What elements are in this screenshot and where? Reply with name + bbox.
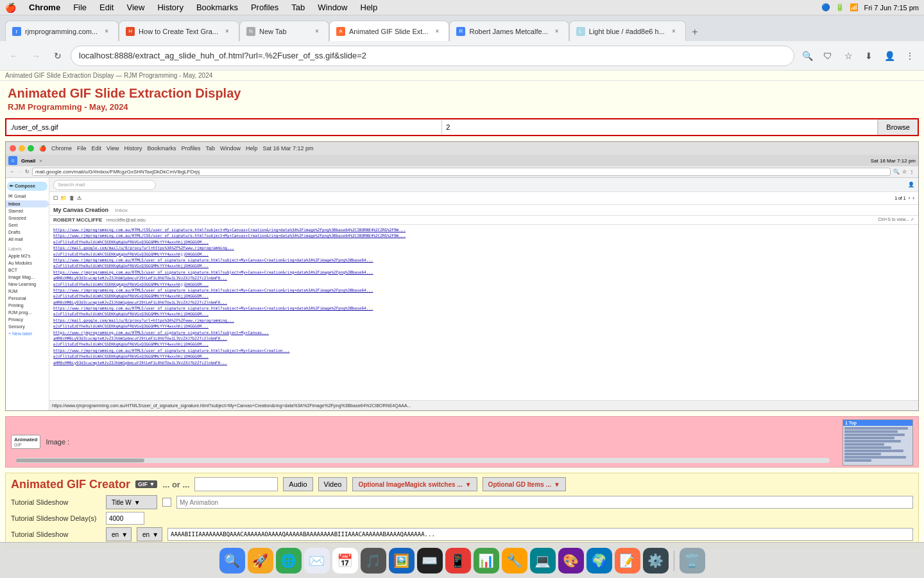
dock-finder[interactable]: 🔍 [219, 548, 245, 574]
inner-sidebar-label8: Printing [6, 302, 49, 309]
tutorial-slideshow-row: Tutorial Slideshow Title W ▼ [11, 495, 913, 509]
inner-close-button [10, 145, 16, 152]
url-line-23: aHR0cHM6Ly93d3cucmpteHJvZ3JhbW1pbmcuY29t… [53, 360, 914, 365]
lang-dropdown[interactable]: en ▼ [106, 527, 132, 541]
dock-app3[interactable]: 🔧 [502, 548, 527, 574]
inner-email-date: Ctrl+S to view... ✓ [878, 217, 914, 222]
tab-lightblue[interactable]: L Light blue / #add8e6 h... × [569, 21, 686, 41]
tab-close-rjm[interactable]: × [101, 26, 112, 37]
menubar-right: 🔵 🔋 📶 Fri 7 Jun 7:15 pm [821, 3, 919, 12]
dock-music[interactable]: 🎵 [361, 548, 386, 574]
pink-section: Animated GIF Image : 1 Top [5, 416, 919, 468]
dock-safari[interactable]: 🌐 [276, 548, 302, 574]
chrome-window: r rjmprogramming.com... × H How to Creat… [0, 15, 924, 578]
dock-launchpad[interactable]: 🚀 [248, 548, 273, 574]
slide-number-input[interactable] [442, 120, 878, 134]
url-line-2: https://www.rjmprogramming.com.au/HTML/C… [53, 233, 914, 238]
tab-newtab[interactable]: N New Tab × [239, 21, 329, 41]
tab-close-newtab[interactable]: × [312, 26, 322, 37]
breadcrumb-text: Animated GIF Slide Extraction Display — … [5, 72, 212, 79]
clock: Fri 7 Jun 7:15 pm [864, 4, 919, 12]
tab-close-howto[interactable]: × [222, 26, 232, 37]
horizontal-scrollbar[interactable] [16, 458, 830, 463]
menu-tab[interactable]: Tab [289, 3, 307, 12]
audio-button[interactable]: Audio [283, 477, 312, 491]
inner-chrome-toolbar: G Gmail × Sat 16 Mar 7:12 pm [6, 155, 918, 166]
menu-bookmarks[interactable]: Bookmarks [194, 3, 241, 12]
tab-close-lightblue[interactable]: × [669, 26, 679, 37]
mini-preview-tag: 1 Top [843, 420, 912, 426]
menu-profiles[interactable]: Profiles [248, 3, 281, 12]
download-icon[interactable]: ⬇ [860, 47, 878, 65]
tab-close-robert[interactable]: × [552, 26, 562, 37]
menu-file[interactable]: File [71, 3, 89, 12]
dock-app6[interactable]: 📝 [615, 548, 640, 574]
star-icon[interactable]: ☆ [839, 47, 857, 65]
tab-animated-gif[interactable]: A Animated GIF Slide Ext... × [329, 21, 450, 41]
forward-button[interactable]: → [27, 47, 45, 65]
gif-mode-badge[interactable]: GIF ▼ [135, 480, 157, 488]
dock-chrome[interactable]: 🌍 [586, 548, 612, 574]
inner-menu-chrome: Chrome [51, 145, 72, 152]
dock-mail[interactable]: ✉️ [304, 548, 330, 574]
inner-star-icon: ☆ [902, 169, 907, 175]
account-icon[interactable]: 👤 [880, 47, 898, 65]
tab-close-animated-gif[interactable]: × [432, 26, 442, 37]
tutorial-slideshow-dropdown[interactable]: Title W ▼ [106, 495, 157, 509]
dock-photos[interactable]: 🖼️ [389, 548, 415, 574]
dock-calendar[interactable]: 📅 [332, 548, 358, 574]
menu-window[interactable]: Window [315, 3, 350, 12]
menu-help[interactable]: Help [358, 3, 381, 12]
inner-sidebar-label7: Personal [6, 295, 49, 302]
video-button[interactable]: Video [318, 477, 348, 491]
inner-spam-icon: ⚠ [77, 195, 81, 201]
search-icon[interactable]: 🔍 [798, 47, 816, 65]
menu-view[interactable]: View [124, 3, 147, 12]
dock-app1[interactable]: 📱 [445, 548, 471, 574]
dock-app5[interactable]: 🎨 [558, 548, 584, 574]
inner-sidebar-sent: Sent [6, 222, 49, 229]
inner-macos-bar: 🍎 Chrome File Edit View History Bookmark… [6, 142, 918, 155]
dock-app7[interactable]: ⚙️ [643, 548, 669, 574]
dock-app2[interactable]: 📊 [474, 548, 499, 574]
url-bar[interactable]: localhost:8888/extract_ag_slide_huh_of.h… [71, 46, 794, 66]
animated-gif-badge: Animated GIF [11, 435, 40, 449]
tutorial-slideshow-checkbox[interactable] [162, 498, 171, 507]
inner-url-box: mail.google.com/mail/u/0/#inbox/FMfcgzGx… [32, 168, 891, 176]
url-line-8: https://www.rjmprogramming.com.au/HTML5/… [53, 270, 914, 275]
long-value-input[interactable] [167, 528, 913, 541]
url-line-11: https://www.rjmprogramming.com.au/HTML5/… [53, 288, 914, 293]
tab-robert[interactable]: R Robert James Metcalfe... × [449, 21, 569, 41]
menu-history[interactable]: History [155, 3, 185, 12]
new-tab-button[interactable]: + [686, 23, 704, 41]
gif-url-input[interactable] [6, 120, 442, 134]
menu-chrome[interactable]: Chrome [26, 3, 63, 12]
page-content: Animated GIF Slide Extraction Display — … [0, 71, 924, 578]
breadcrumb: Animated GIF Slide Extraction Display — … [0, 71, 924, 81]
back-button[interactable]: ← [5, 47, 23, 65]
dock-terminal[interactable]: ⌨️ [417, 548, 443, 574]
imagick-dropdown[interactable]: Optional ImageMagick switches ... ▼ [352, 477, 477, 491]
tab-favicon-robert: R [456, 27, 465, 36]
slideshow-delay-input[interactable] [106, 512, 144, 525]
menu-icon[interactable]: ⋮ [901, 47, 919, 65]
tab-rjm[interactable]: r rjmprogramming.com... × [5, 21, 119, 41]
lang-extra-dropdown[interactable]: en ▼ [137, 527, 162, 541]
apple-logo[interactable]: 🍎 [5, 3, 16, 13]
reload-button[interactable]: ↻ [49, 47, 67, 65]
dock-app4[interactable]: 💻 [530, 548, 556, 574]
menu-edit[interactable]: Edit [97, 3, 116, 12]
tab-howto[interactable]: H How to Create Text Gra... × [119, 21, 239, 41]
animation-name-input[interactable] [176, 496, 913, 509]
scroll-thumb [16, 459, 144, 462]
inner-sidebar-label4: Image Mag... [6, 274, 49, 281]
optional-gd-dropdown[interactable]: Optional GD Items ... ▼ [483, 477, 566, 491]
dock-trash[interactable]: 🗑️ [680, 548, 705, 574]
preview-line-10 [844, 456, 906, 459]
inner-sidebar-starred: Starred [6, 207, 49, 215]
preview-line-11 [844, 459, 871, 462]
inner-menu-items: 🍎 Chrome File Edit View History Bookmark… [39, 145, 314, 152]
browse-button[interactable]: Browse [878, 119, 918, 135]
type-input[interactable] [194, 477, 278, 491]
inner-menu-time: Sat 16 Mar 7:12 pm [263, 145, 314, 152]
